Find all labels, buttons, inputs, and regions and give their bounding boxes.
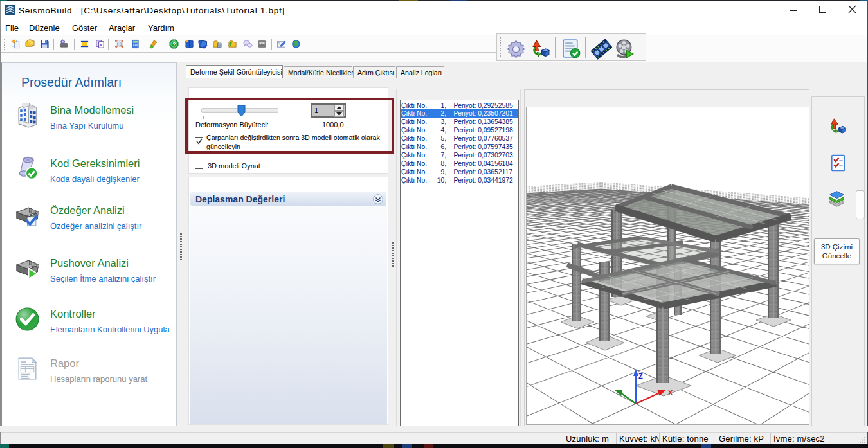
svg-text:X: X <box>668 389 673 397</box>
svg-text:Z: Z <box>638 372 643 380</box>
